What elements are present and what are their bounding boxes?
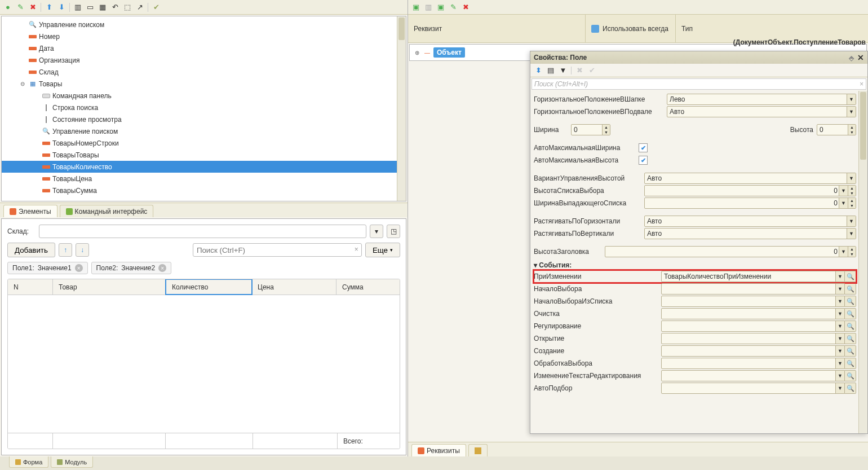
chevron-down-icon[interactable]: ▼ [847, 107, 856, 117]
chevron-down-icon[interactable]: ▼ [835, 383, 844, 393]
chevron-down-icon[interactable]: ▼ [835, 358, 844, 368]
up-icon[interactable]: ↑ [59, 243, 72, 257]
prop-dropdown[interactable]: Авто▼ [667, 106, 856, 117]
close-icon[interactable]: ✕ [857, 53, 864, 62]
tb-icon[interactable]: ▣ [435, 2, 446, 13]
search-icon[interactable]: 🔍 [845, 383, 856, 394]
chevron-down-icon[interactable]: ▼ [835, 346, 844, 356]
clear-icon[interactable]: ✖ [574, 65, 585, 76]
chevron-down-icon[interactable]: ▼ [847, 94, 856, 104]
edit-icon[interactable]: ✎ [448, 2, 459, 13]
edit-icon[interactable]: ✎ [15, 2, 26, 13]
tree-node[interactable]: Склад [2, 66, 406, 78]
tree-node[interactable]: 🔍Управление поиском [2, 19, 406, 30]
object-node[interactable]: Объект [433, 47, 465, 58]
event-input[interactable]: ▼ [661, 283, 845, 295]
event-input[interactable]: ТоварыКоличествоПриИзменении▼ [661, 271, 845, 282]
tab-module[interactable]: Модуль [51, 456, 93, 468]
tab-cmdui[interactable]: Командный интерфейс [60, 205, 154, 217]
tb-icon[interactable]: ▥ [72, 2, 83, 13]
tree-node[interactable]: ТоварыТовары [2, 149, 406, 161]
chevron-down-icon[interactable]: ▼ [835, 333, 844, 344]
col-summa[interactable]: Сумма [336, 279, 400, 295]
chevron-down-icon[interactable]: ▼ [847, 229, 856, 239]
more-button[interactable]: Еще ▾ [365, 243, 400, 257]
goods-table[interactable]: N Товар Количество Цена Сумма Всего: [7, 279, 400, 449]
collapse-icon[interactable]: — [423, 49, 431, 56]
event-input[interactable]: ▼ [661, 308, 845, 319]
chevron-down-icon[interactable]: ▼ [835, 321, 844, 331]
tb-icon[interactable]: ↗ [134, 2, 145, 13]
tb-icon[interactable]: ▥ [423, 2, 434, 13]
tree-node[interactable]: Командная панель [2, 90, 406, 102]
col-n[interactable]: N [8, 279, 53, 295]
event-input[interactable]: ▼ [661, 333, 845, 344]
search-icon[interactable]: 🔍 [845, 296, 856, 307]
tb-icon[interactable]: ▭ [85, 2, 96, 13]
up-icon[interactable]: ⬆ [43, 2, 55, 13]
search-icon[interactable]: 🔍 [845, 333, 856, 344]
open-icon[interactable]: ◳ [387, 225, 400, 238]
tab-rekvizity[interactable]: Реквизиты [411, 444, 466, 456]
prop-spinner[interactable]: 0▲▼ [571, 124, 610, 135]
add-icon[interactable]: ▣ [410, 2, 422, 13]
tab-elements[interactable]: Элементы [3, 205, 57, 217]
pin-icon[interactable]: ⬘ [849, 54, 854, 62]
search-icon[interactable]: 🔍 [845, 271, 856, 282]
search-icon[interactable]: 🔍 [845, 345, 856, 357]
filter-chip[interactable]: Поле2: Значение2× [91, 262, 172, 274]
tab-other[interactable] [468, 444, 488, 456]
scrollbar[interactable] [397, 16, 406, 201]
clear-icon[interactable]: × [355, 245, 358, 253]
delete-icon[interactable]: ✖ [460, 2, 471, 13]
tree-node[interactable]: 🔍Управление поиском [2, 125, 406, 137]
tree-node[interactable]: ТоварыЦена [2, 173, 406, 185]
prop-dropdown[interactable]: Авто▼ [644, 228, 856, 239]
add-button[interactable]: Добавить [7, 243, 55, 257]
event-input[interactable]: ▼ [661, 296, 845, 307]
sort-icon[interactable]: ⬍ [533, 65, 544, 76]
col-tovar[interactable]: Товар [53, 279, 166, 295]
tree-node[interactable]: ТоварыСумма [2, 185, 406, 196]
filter-icon[interactable]: ▼ [557, 65, 569, 76]
chevron-down-icon[interactable]: ▼ [847, 173, 856, 183]
tree-node[interactable]: Дата [2, 42, 406, 54]
search-icon[interactable]: 🔍 [845, 358, 856, 369]
prop-spinner[interactable]: 0▼▲▼ [644, 197, 856, 209]
properties-search[interactable]: Поиск (Ctrl+Alt+I)× [532, 78, 866, 90]
prop-spinner[interactable]: 0▼▲▼ [605, 246, 856, 257]
chevron-down-icon[interactable]: ▼ [847, 216, 856, 226]
sklad-input[interactable] [39, 225, 366, 238]
tb-icon[interactable]: ↶ [109, 2, 121, 13]
apply-icon[interactable]: ✔ [586, 65, 597, 76]
chevron-down-icon[interactable]: ▼ [835, 284, 844, 294]
col-rekvizit[interactable]: Реквизит [408, 15, 586, 42]
prop-spinner[interactable]: 0▲▼ [817, 124, 856, 135]
event-input[interactable]: ▼ [661, 370, 845, 381]
prop-spinner[interactable]: 0▼▲▼ [644, 185, 856, 196]
prop-dropdown[interactable]: Авто▼ [644, 216, 856, 227]
scrollbar[interactable] [858, 91, 867, 433]
event-input[interactable]: ▼ [661, 320, 845, 332]
search-icon[interactable]: 🔍 [845, 370, 856, 381]
delete-icon[interactable]: ✖ [27, 2, 38, 13]
tree-node[interactable]: ТоварыКоличество [2, 161, 406, 173]
tree-node[interactable]: Организация [2, 54, 406, 66]
down-icon[interactable]: ↓ [76, 243, 89, 257]
tree-node[interactable]: ТоварыНомерСтроки [2, 137, 406, 149]
prop-checkbox[interactable]: ✔ [639, 143, 648, 152]
tree-node[interactable]: Номер [2, 30, 406, 42]
dropdown-icon[interactable]: ▾ [370, 225, 383, 238]
check-icon[interactable]: ✔ [150, 2, 162, 13]
close-icon[interactable]: × [75, 264, 83, 272]
prop-checkbox[interactable]: ✔ [639, 156, 648, 165]
down-icon[interactable]: ⬇ [56, 2, 67, 13]
expand-icon[interactable]: ⊕ [413, 49, 421, 56]
tb-icon[interactable]: ▦ [97, 2, 108, 13]
col-kolichestvo[interactable]: Количество [165, 279, 253, 295]
filter-chip[interactable]: Поле1: Значение1× [7, 262, 88, 274]
clear-icon[interactable]: × [860, 80, 863, 88]
tree-node[interactable]: Состояние просмотра [2, 113, 406, 125]
tb-icon[interactable]: ⬚ [122, 2, 133, 13]
chevron-down-icon[interactable]: ▼ [835, 271, 844, 282]
